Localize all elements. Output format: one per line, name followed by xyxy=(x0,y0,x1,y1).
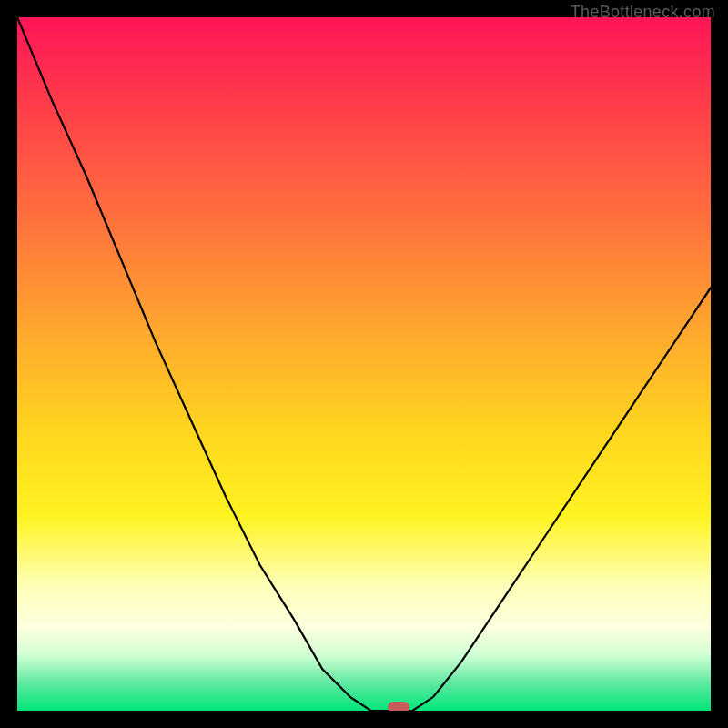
minimum-marker xyxy=(388,702,410,711)
bottleneck-curve-svg xyxy=(17,17,711,711)
plot-area xyxy=(17,17,711,711)
chart-canvas: TheBottleneck.com xyxy=(0,0,728,728)
bottleneck-curve xyxy=(17,17,711,711)
watermark: TheBottleneck.com xyxy=(571,3,715,22)
